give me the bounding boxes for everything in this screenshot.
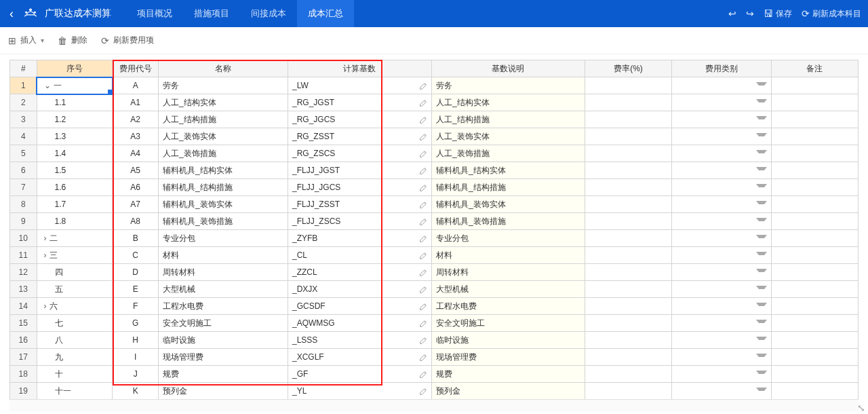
type-cell[interactable] [672, 213, 772, 230]
table-row[interactable]: 21.1A1人工_结构实体_RG_JGST人工_结构实体 [10, 94, 859, 111]
name-cell[interactable]: 临时设施 [158, 332, 288, 349]
table-row[interactable]: 51.4A4人工_装饰措施_RG_ZSCS人工_装饰措施 [10, 145, 859, 162]
rate-cell[interactable] [585, 77, 671, 94]
row-index-cell[interactable]: 12 [10, 264, 37, 281]
save-button[interactable]: 🖫保存 [764, 8, 792, 20]
refresh-fee-button[interactable]: ⟳ 刷新费用项 [101, 35, 154, 46]
code-cell[interactable]: A8 [113, 213, 159, 230]
name-cell[interactable]: 大型机械 [158, 281, 288, 298]
type-cell[interactable] [672, 196, 772, 213]
type-cell[interactable] [672, 94, 772, 111]
desc-cell[interactable]: 劳务 [431, 77, 585, 94]
row-index-cell[interactable]: 4 [10, 128, 37, 145]
horizontal-scrollbar[interactable] [9, 399, 859, 411]
desc-cell[interactable]: 大型机械 [431, 281, 585, 298]
rate-cell[interactable] [585, 94, 671, 111]
table-row[interactable]: 18十J规费_GF规费 [10, 366, 859, 383]
desc-cell[interactable]: 人工_结构实体 [431, 94, 585, 111]
type-cell[interactable] [672, 128, 772, 145]
basis-cell[interactable]: _CL [288, 247, 431, 264]
code-cell[interactable]: A4 [113, 145, 159, 162]
desc-cell[interactable]: 辅料机具_装饰实体 [431, 196, 585, 213]
code-cell[interactable]: A [113, 77, 159, 94]
seq-cell[interactable]: 九 [37, 349, 113, 366]
remark-cell[interactable] [771, 230, 858, 247]
row-index-cell[interactable]: 14 [10, 298, 37, 315]
type-cell[interactable] [672, 162, 772, 179]
name-cell[interactable]: 辅料机具_结构措施 [158, 179, 288, 196]
basis-cell[interactable]: _FLJJ_JGST [288, 162, 431, 179]
rate-cell[interactable] [585, 128, 671, 145]
rate-cell[interactable] [585, 366, 671, 383]
rate-cell[interactable] [585, 111, 671, 128]
type-cell[interactable] [672, 366, 772, 383]
basis-cell[interactable]: _ZYFB [288, 230, 431, 247]
refresh-costs-button[interactable]: ⟳刷新成本科目 [802, 8, 861, 20]
table-row[interactable]: 17九I现场管理费_XCGLF现场管理费 [10, 349, 859, 366]
code-cell[interactable]: J [113, 366, 159, 383]
remark-cell[interactable] [771, 111, 858, 128]
desc-cell[interactable]: 材料 [431, 247, 585, 264]
type-cell[interactable] [672, 315, 772, 332]
seq-cell[interactable]: ›二 [37, 230, 113, 247]
pencil-icon[interactable] [419, 369, 429, 379]
basis-cell[interactable]: _RG_ZSCS [288, 145, 431, 162]
seq-cell[interactable]: ›六 [37, 298, 113, 315]
rate-cell[interactable] [585, 230, 671, 247]
seq-cell[interactable]: 七 [37, 315, 113, 332]
pencil-icon[interactable] [419, 352, 429, 362]
rate-cell[interactable] [585, 145, 671, 162]
type-cell[interactable] [672, 179, 772, 196]
name-cell[interactable]: 人工_结构措施 [158, 111, 288, 128]
code-cell[interactable]: H [113, 332, 159, 349]
remark-cell[interactable] [771, 366, 858, 383]
remark-cell[interactable] [771, 332, 858, 349]
col-header-seq[interactable]: 序号 [37, 60, 113, 77]
table-row[interactable]: 61.5A5辅料机具_结构实体_FLJJ_JGST辅料机具_结构实体 [10, 162, 859, 179]
code-cell[interactable]: A1 [113, 94, 159, 111]
seq-cell[interactable]: 1.7 [37, 196, 113, 213]
table-row[interactable]: 15七G安全文明施工_AQWMSG安全文明施工 [10, 315, 859, 332]
table-row[interactable]: 1⌄一A劳务_LW劳务 [10, 77, 859, 94]
pencil-icon[interactable] [419, 132, 429, 141]
code-cell[interactable]: A7 [113, 196, 159, 213]
seq-cell[interactable]: ›三 [37, 247, 113, 264]
code-cell[interactable]: K [113, 383, 159, 400]
seq-cell[interactable]: 八 [37, 332, 113, 349]
basis-cell[interactable]: _ZZCL [288, 264, 431, 281]
row-index-cell[interactable]: 7 [10, 179, 37, 196]
delete-button[interactable]: 🗑 删除 [58, 35, 87, 46]
pencil-icon[interactable] [419, 166, 429, 175]
remark-cell[interactable] [771, 264, 858, 281]
name-cell[interactable]: 专业分包 [158, 230, 288, 247]
pencil-icon[interactable] [419, 301, 429, 311]
seq-cell[interactable]: 十一 [37, 383, 113, 400]
code-cell[interactable]: C [113, 247, 159, 264]
nav-tab[interactable]: 成本汇总 [297, 0, 354, 27]
basis-cell[interactable]: _LSSS [288, 332, 431, 349]
row-index-cell[interactable]: 5 [10, 145, 37, 162]
basis-cell[interactable]: _LW [288, 77, 431, 94]
back-icon[interactable]: ‹ [7, 7, 16, 21]
table-row[interactable]: 71.6A6辅料机具_结构措施_FLJJ_JGCS辅料机具_结构措施 [10, 179, 859, 196]
remark-cell[interactable] [771, 298, 858, 315]
code-cell[interactable]: A3 [113, 128, 159, 145]
seq-cell[interactable]: 十 [37, 366, 113, 383]
pencil-icon[interactable] [419, 386, 429, 396]
row-index-cell[interactable]: 17 [10, 349, 37, 366]
desc-cell[interactable]: 人工_结构措施 [431, 111, 585, 128]
insert-button[interactable]: ⊞ 插入 ▾ [8, 35, 44, 46]
chevron-right-icon[interactable]: › [44, 250, 47, 260]
type-cell[interactable] [672, 383, 772, 400]
remark-cell[interactable] [771, 213, 858, 230]
type-cell[interactable] [672, 230, 772, 247]
col-header-code[interactable]: 费用代号 [113, 60, 159, 77]
row-index-cell[interactable]: 1 [10, 77, 37, 94]
type-cell[interactable] [672, 332, 772, 349]
seq-cell[interactable]: 1.2 [37, 111, 113, 128]
desc-cell[interactable]: 规费 [431, 366, 585, 383]
type-cell[interactable] [672, 145, 772, 162]
type-cell[interactable] [672, 264, 772, 281]
col-header-name[interactable]: 名称 [158, 60, 288, 77]
chevron-right-icon[interactable]: › [44, 301, 47, 311]
